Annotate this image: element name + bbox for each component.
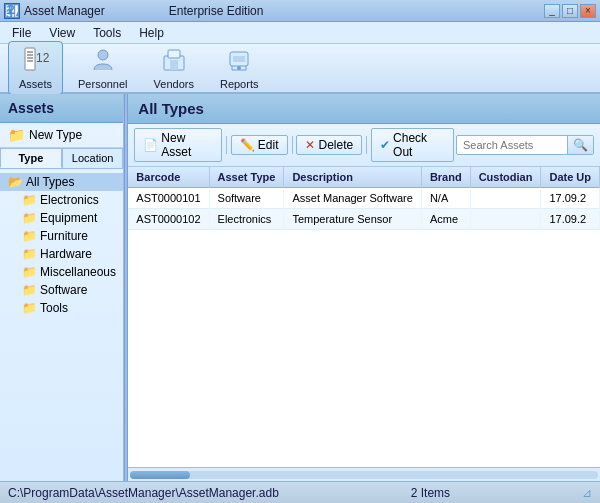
toolbar-reports-label: Reports [220,78,259,90]
tree-item-hardware[interactable]: 📁 Hardware [0,245,123,263]
folder-icon-furniture: 📁 [22,229,37,243]
edition-label: Enterprise Edition [169,4,264,18]
toolbar-personnel[interactable]: Personnel [67,41,139,95]
edit-button[interactable]: ✏️ Edit [231,135,288,155]
tree-item-equipment[interactable]: 📁 Equipment [0,209,123,227]
new-type-label: New Type [29,128,82,142]
toolbar-vendors[interactable]: Vendors [143,41,205,95]
app-icon: 1 2 3 4 [4,3,20,19]
col-date-up[interactable]: Date Up [541,167,600,188]
assets-icon: 1234 [23,46,49,76]
maximize-button[interactable]: □ [562,4,578,18]
tree-label-all-types: All Types [26,175,74,189]
folder-icon-all-types: 📂 [8,175,23,189]
svg-text:1234: 1234 [36,51,49,65]
asset-tree: 📂 All Types 📁 Electronics 📁 Equipment 📁 … [0,169,123,481]
title-bar-left: 1 2 3 4 Asset Manager Enterprise Edition [4,3,263,19]
tree-item-furniture[interactable]: 📁 Furniture [0,227,123,245]
horizontal-scrollbar[interactable] [128,467,600,481]
tree-label-hardware: Hardware [40,247,92,261]
cell-barcode: AST0000102 [128,209,209,230]
edit-label: Edit [258,138,279,152]
folder-icon-electronics: 📁 [22,193,37,207]
svg-rect-6 [25,48,35,70]
personnel-icon [90,46,116,76]
tree-item-miscellaneous[interactable]: 📁 Miscellaneous [0,263,123,281]
checkout-button[interactable]: ✔ Check Out [371,128,454,162]
search-button[interactable]: 🔍 [567,136,593,154]
tab-location[interactable]: Location [62,148,124,168]
col-description[interactable]: Description [284,167,421,188]
separator-3 [366,136,367,154]
folder-icon-equipment: 📁 [22,211,37,225]
minimize-button[interactable]: _ [544,4,560,18]
col-barcode[interactable]: Barcode [128,167,209,188]
checkout-icon: ✔ [380,138,390,152]
svg-point-12 [98,50,108,60]
asset-table-container: Barcode Asset Type Description Brand Cus… [128,167,600,467]
col-asset-type[interactable]: Asset Type [209,167,284,188]
col-custodian[interactable]: Custodian [470,167,541,188]
folder-icon-misc: 📁 [22,265,37,279]
cell-description: Temperature Sensor [284,209,421,230]
status-bar: C:\ProgramData\AssetManager\AssetManager… [0,481,600,503]
tab-type[interactable]: Type [0,148,62,168]
new-type-folder-icon: 📁 [8,127,25,143]
separator-1 [226,136,227,154]
cell-type: Software [209,188,284,209]
edit-icon: ✏️ [240,138,255,152]
col-brand[interactable]: Brand [421,167,470,188]
table-row[interactable]: AST0000101SoftwareAsset Manager Software… [128,188,599,209]
right-panel-header: All Types [128,94,600,124]
asset-table: Barcode Asset Type Description Brand Cus… [128,167,600,230]
toolbar-reports[interactable]: Reports [209,41,270,95]
table-row[interactable]: AST0000102ElectronicsTemperature SensorA… [128,209,599,230]
tree-item-tools[interactable]: 📁 Tools [0,299,123,317]
folder-icon-tools: 📁 [22,301,37,315]
tree-item-electronics[interactable]: 📁 Electronics [0,191,123,209]
delete-button[interactable]: ✕ Delete [296,135,362,155]
folder-icon-software: 📁 [22,283,37,297]
svg-rect-17 [233,56,245,62]
left-panel: Assets 📁 New Type Type Location 📂 All Ty… [0,94,124,481]
svg-rect-14 [168,50,180,58]
menu-view[interactable]: View [41,24,83,42]
delete-icon: ✕ [305,138,315,152]
menu-tools[interactable]: Tools [85,24,129,42]
scroll-track [130,471,598,479]
search-input[interactable] [457,137,567,153]
tree-item-software[interactable]: 📁 Software [0,281,123,299]
close-button[interactable]: × [580,4,596,18]
new-asset-button[interactable]: 📄 New Asset [134,128,222,162]
tree-item-all-types[interactable]: 📂 All Types [0,173,123,191]
toolbar-assets[interactable]: 1234 Assets [8,41,63,95]
new-asset-label: New Asset [161,131,213,159]
cell-custodian [470,188,541,209]
status-path: C:\ProgramData\AssetManager\AssetManager… [8,486,279,500]
scroll-thumb[interactable] [130,471,190,479]
menu-file[interactable]: File [4,24,39,42]
new-asset-icon: 📄 [143,138,158,152]
separator-2 [292,136,293,154]
vendors-icon [161,46,187,76]
action-bar: 📄 New Asset ✏️ Edit ✕ Delete ✔ Check Out [128,124,600,167]
new-type-button[interactable]: 📁 New Type [0,123,123,148]
cell-brand: N/A [421,188,470,209]
main-area: Assets 📁 New Type Type Location 📂 All Ty… [0,94,600,481]
app-name: Asset Manager [24,4,105,18]
title-bar: 1 2 3 4 Asset Manager Enterprise Edition… [0,0,600,22]
tree-label-tools: Tools [40,301,68,315]
search-box: 🔍 [456,135,594,155]
reports-icon [226,46,252,76]
resize-icon: ⊿ [582,486,592,500]
toolbar-vendors-label: Vendors [154,78,194,90]
type-location-tabs: Type Location [0,148,123,169]
svg-text:3 4: 3 4 [6,7,19,18]
svg-rect-15 [170,60,178,70]
tree-label-equipment: Equipment [40,211,97,225]
tree-label-software: Software [40,283,87,297]
menu-help[interactable]: Help [131,24,172,42]
checkout-label: Check Out [393,131,445,159]
right-panel: All Types 📄 New Asset ✏️ Edit ✕ Delete ✔… [128,94,600,481]
svg-point-18 [237,66,241,70]
